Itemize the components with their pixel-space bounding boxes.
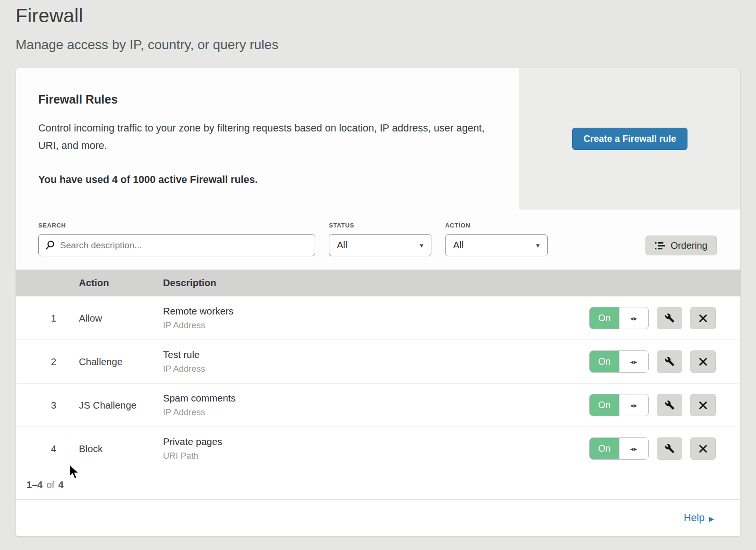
close-icon [699, 445, 707, 453]
drag-horizontal-icon: ◂▸ [619, 307, 648, 329]
rule-action: Block [79, 443, 163, 454]
delete-rule-button[interactable] [690, 394, 716, 416]
pagination: 1–4 of 4 [16, 470, 740, 499]
section-description: Control incoming traffic to your zone by… [38, 120, 487, 154]
rule-description: Spam comments [163, 393, 584, 404]
rule-field: IP Address [163, 407, 584, 418]
drag-horizontal-icon: ◂▸ [619, 438, 648, 459]
column-header-description: Description [163, 277, 584, 288]
wrench-icon [665, 313, 675, 323]
toggle-on-label: On [590, 438, 619, 459]
action-filter-group: ACTION All ▾ [445, 222, 548, 256]
create-firewall-rule-button[interactable]: Create a Firewall rule [572, 128, 687, 150]
drag-horizontal-icon: ◂▸ [619, 351, 648, 372]
mouse-cursor [68, 464, 82, 480]
edit-rule-button[interactable] [657, 350, 682, 373]
pagination-of: of [46, 479, 54, 490]
search-label: SEARCH [38, 222, 315, 229]
chevron-down-icon: ▾ [420, 242, 423, 249]
close-icon [699, 401, 707, 410]
filters-bar: SEARCH STATUS All ▾ ACTION All ▾ [16, 210, 740, 270]
search-input[interactable] [38, 234, 315, 256]
toggle-on-label: On [590, 307, 619, 329]
rule-enabled-toggle[interactable]: On ◂▸ [589, 394, 649, 416]
pagination-total: 4 [58, 479, 63, 490]
rule-action: Challenge [79, 356, 163, 367]
page-title: Firewall [16, 5, 740, 27]
table-row: 4 Block Private pages URI Path On ◂▸ [16, 427, 740, 470]
chevron-down-icon: ▾ [536, 242, 540, 249]
drag-horizontal-icon: ◂▸ [619, 394, 648, 416]
edit-rule-button[interactable] [657, 307, 682, 329]
rule-priority: 2 [16, 356, 79, 367]
create-rule-panel: Create a Firewall rule [519, 68, 740, 210]
action-select[interactable]: All ▾ [445, 234, 548, 256]
search-filter-group: SEARCH [38, 222, 315, 256]
status-filter-group: STATUS All ▾ [329, 222, 431, 256]
firewall-rules-card: Firewall Rules Control incoming traffic … [16, 68, 741, 537]
rule-priority: 1 [16, 313, 79, 324]
ordered-list-icon [655, 242, 665, 250]
table-row: 1 Allow Remote workers IP Address On ◂▸ [16, 296, 740, 340]
table-row: 2 Challenge Test rule IP Address On ◂▸ [16, 340, 740, 383]
toggle-on-label: On [590, 351, 619, 372]
section-title: Firewall Rules [38, 93, 491, 106]
status-select[interactable]: All ▾ [329, 234, 431, 256]
help-link-label: Help [684, 512, 704, 524]
edit-rule-button[interactable] [657, 394, 682, 416]
table-row: 3 JS Challenge Spam comments IP Address … [16, 383, 740, 427]
usage-summary: You have used 4 of 1000 active Firewall … [38, 174, 491, 186]
wrench-icon [665, 357, 675, 367]
status-label: STATUS [329, 222, 431, 229]
rule-action: Allow [79, 313, 163, 324]
rule-field: IP Address [163, 364, 584, 374]
help-arrow-icon: ▶ [709, 514, 714, 523]
intro-section: Firewall Rules Control incoming traffic … [16, 68, 740, 210]
pagination-range: 1–4 [26, 479, 43, 490]
column-header-action: Action [79, 277, 163, 288]
rule-enabled-toggle[interactable]: On ◂▸ [589, 350, 649, 373]
page-header: Firewall Manage access by IP, country, o… [0, 0, 756, 52]
rule-enabled-toggle[interactable]: On ◂▸ [589, 307, 649, 329]
action-selected-value: All [453, 240, 464, 251]
rule-enabled-toggle[interactable]: On ◂▸ [589, 437, 649, 460]
close-icon [699, 314, 707, 323]
edit-rule-button[interactable] [657, 437, 682, 460]
rule-description: Remote workers [163, 306, 584, 317]
table-header: Action Description [16, 270, 740, 296]
help-link[interactable]: Help ▶ [684, 512, 714, 524]
status-selected-value: All [337, 240, 347, 251]
rule-field: URI Path [163, 451, 584, 461]
toggle-on-label: On [590, 394, 619, 416]
rule-description: Private pages [163, 436, 584, 447]
delete-rule-button[interactable] [690, 307, 716, 329]
ordering-button[interactable]: Ordering [645, 236, 717, 255]
rule-action: JS Challenge [79, 400, 163, 411]
action-label: ACTION [445, 222, 548, 229]
rule-priority: 4 [16, 443, 79, 454]
intro-text-block: Firewall Rules Control incoming traffic … [16, 68, 519, 210]
rule-description: Test rule [163, 349, 584, 360]
wrench-icon [665, 400, 675, 410]
wrench-icon [665, 444, 675, 454]
delete-rule-button[interactable] [690, 350, 716, 373]
rule-priority: 3 [16, 400, 79, 411]
rule-field: IP Address [163, 320, 584, 331]
page-subtitle: Manage access by IP, country, or query r… [16, 37, 740, 52]
close-icon [699, 358, 707, 366]
card-footer: Help ▶ [16, 499, 740, 536]
delete-rule-button[interactable] [690, 437, 716, 460]
search-icon [45, 240, 55, 250]
ordering-button-label: Ordering [670, 240, 707, 251]
